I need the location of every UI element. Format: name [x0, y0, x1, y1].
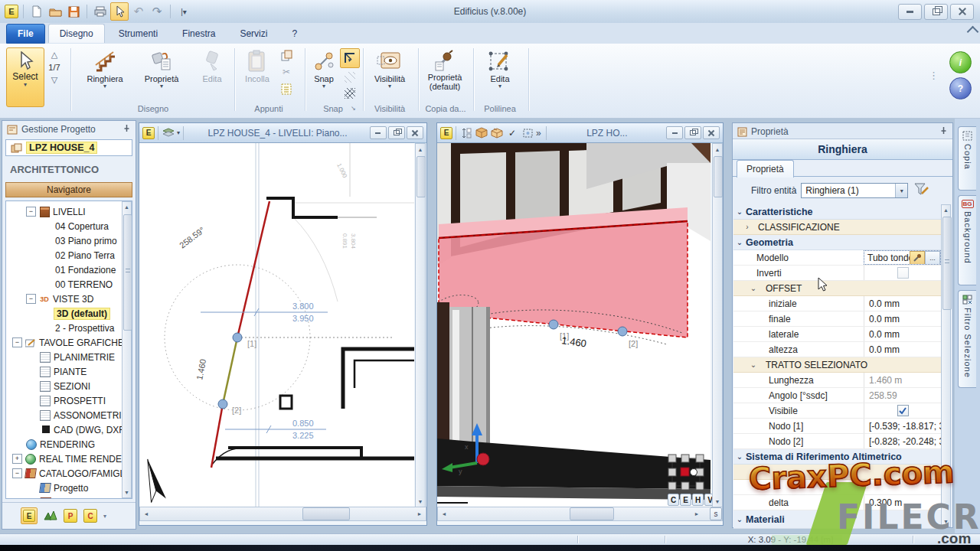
tree-item-cad[interactable]: CAD (DWG, DXF)	[6, 422, 132, 437]
scroll-down-icon[interactable]: ▼	[713, 496, 722, 507]
scroll-down-icon[interactable]: ▼	[416, 496, 425, 507]
tree-item-tavole-grafiche[interactable]: −TAVOLE GRAFICHE	[6, 335, 132, 350]
node-2-handle[interactable]	[218, 399, 227, 409]
filter-button[interactable]	[914, 183, 929, 198]
scrollbar-thumb[interactable]	[942, 217, 952, 310]
view3d-close-button[interactable]	[703, 126, 720, 139]
snap-button[interactable]: Snap ▾	[308, 47, 340, 89]
collapse-icon[interactable]: −	[26, 207, 36, 217]
tab-file[interactable]: File	[6, 24, 45, 44]
paste-special-button[interactable]	[279, 82, 294, 96]
visibilita-button[interactable]: Visibilità ▾	[368, 47, 412, 89]
new-file-button[interactable]	[28, 3, 45, 20]
scroll-up-icon[interactable]: ▲	[942, 205, 950, 215]
view3d-canvas[interactable]: [1] [2] 1.460 x y	[437, 142, 710, 507]
proprieta-button[interactable]: Proprietà ▾	[138, 47, 185, 89]
copy-button[interactable]	[279, 48, 294, 62]
tree-item-copertura[interactable]: 04 Copertura	[6, 219, 132, 233]
plan-vscrollbar[interactable]: ▲ ▼	[415, 143, 426, 507]
pointer-tool-button[interactable]	[110, 2, 129, 21]
inverti-checkbox[interactable]	[897, 267, 909, 279]
open-box-icon[interactable]	[490, 127, 504, 139]
pin-icon[interactable]	[939, 126, 948, 137]
edificius-mode-button[interactable]: E	[21, 507, 38, 524]
c-mode-button[interactable]: C	[83, 509, 97, 523]
scrollbar-thumb[interactable]	[123, 214, 132, 331]
plan-canvas[interactable]: 1.000 0.891 3.804	[139, 142, 414, 507]
navigator-header[interactable]: Navigatore	[5, 182, 132, 197]
undo-button[interactable]: ↶	[130, 3, 147, 20]
scrollbar-thumb[interactable]	[570, 507, 614, 520]
modello-value-field[interactable]: Tubo tondo ...	[864, 250, 941, 265]
collapse-icon[interactable]: −	[26, 294, 36, 304]
tab-help[interactable]: ?	[281, 24, 308, 43]
restore-button[interactable]	[924, 4, 948, 20]
selection-handles-widget[interactable]	[668, 455, 704, 490]
nodo2-value-field[interactable]: [-0.828; -20.248; 3	[864, 434, 941, 448]
scrollbar-thumb[interactable]	[714, 156, 723, 197]
snap-corner-button[interactable]	[340, 48, 360, 68]
more-tools-icon[interactable]: »	[536, 128, 541, 139]
section-geometria[interactable]: ⌄Geometria	[733, 235, 941, 250]
tree-item-prospettiva[interactable]: 2 - Prospettiva	[6, 321, 132, 335]
node-2-handle[interactable]	[618, 327, 627, 336]
tree-item-viste-3d[interactable]: −3DVISTE 3D	[6, 292, 132, 306]
visibile-checkbox[interactable]	[897, 405, 909, 416]
snap-dense-grid-button[interactable]	[342, 86, 358, 100]
tree-item-progetto[interactable]: Progetto	[6, 481, 132, 495]
scrollbar-thumb[interactable]	[416, 156, 426, 197]
redo-button[interactable]: ↷	[149, 3, 165, 20]
view-mode-e-button[interactable]: E	[680, 494, 691, 506]
side-tab-background[interactable]: BG Background	[958, 195, 976, 285]
laterale-value-field[interactable]: 0.0 mm	[864, 327, 941, 341]
plan-restore-button[interactable]	[388, 126, 405, 139]
plan-close-button[interactable]	[407, 126, 423, 139]
info-button[interactable]: i	[949, 51, 972, 73]
open-button[interactable]	[47, 3, 64, 20]
dropdown-icon[interactable]: ▾	[895, 184, 907, 197]
edita-polilinea-button[interactable]: Edita ▾	[479, 47, 521, 89]
tree-item-real-time-rendering[interactable]: +REAL TIME RENDERING	[6, 452, 132, 466]
scrollbar-thumb[interactable]	[302, 507, 350, 520]
scroll-up-icon[interactable]: ▲	[122, 202, 131, 212]
tree-item-piante[interactable]: PIANTE	[6, 364, 132, 379]
collapse-icon[interactable]: −	[12, 337, 22, 347]
footer-more-dropdown[interactable]: ▾	[103, 514, 106, 519]
scroll-up-icon[interactable]: ▲	[713, 144, 722, 155]
tab-finestra[interactable]: Finestra	[172, 24, 226, 43]
check-pen-icon[interactable]: ✓	[505, 127, 519, 139]
tab-disegno[interactable]: Disegno	[48, 24, 105, 43]
scroll-right-icon[interactable]: ►	[685, 507, 708, 520]
view3d-window-titlebar[interactable]: E ✓ » LPZ HO...	[437, 123, 723, 143]
node-1-handle[interactable]	[549, 320, 558, 329]
iniziale-value-field[interactable]: 0.0 mm	[864, 296, 941, 311]
save-button[interactable]	[65, 3, 82, 20]
view3d-hscrollbar[interactable]: ◄ ► s	[437, 507, 723, 521]
snap-dialog-launcher[interactable]: ↘	[351, 105, 356, 112]
vertical-measure-icon[interactable]	[459, 127, 473, 139]
tree-item-generale[interactable]: Generale	[6, 495, 132, 499]
print-button[interactable]	[92, 3, 109, 20]
tree-item-piano-terra[interactable]: 02 Piano Terra	[6, 248, 132, 262]
proprieta-default-button[interactable]: Proprietà (default)	[421, 47, 469, 91]
modello-browse-button[interactable]: ...	[925, 251, 940, 265]
side-tab-copia[interactable]: Copia	[958, 126, 976, 191]
p-mode-button[interactable]: P	[64, 509, 77, 523]
scroll-left-icon[interactable]: ◄	[438, 507, 450, 520]
view3d-restore-button[interactable]	[684, 126, 701, 139]
scroll-right-icon[interactable]: ►	[413, 507, 426, 520]
collapse-icon[interactable]: −	[12, 468, 22, 478]
select-tool-button[interactable]: Select ▾	[6, 47, 44, 107]
tree-item-catalogo-famiglie[interactable]: −CATALOGO/FAMIGLIE	[6, 466, 132, 481]
ringhiera-button[interactable]: Ringhiera ▾	[81, 47, 129, 89]
pager-down-button[interactable]: ▽	[51, 75, 57, 85]
tree-scrollbar[interactable]: ▲ ▼	[122, 201, 132, 498]
layers-icon[interactable]	[162, 127, 175, 139]
dropdown-icon[interactable]: ▾	[177, 130, 180, 135]
tab-strumenti[interactable]: Strumenti	[108, 24, 168, 43]
split-view-button[interactable]: s	[710, 507, 722, 520]
scroll-up-icon[interactable]: ▲	[416, 144, 425, 155]
tree-item-planimetrie[interactable]: PLANIMETRIE	[6, 350, 132, 364]
subsection-classificazione[interactable]: ›CLASSIFICAZIONE	[733, 220, 941, 235]
expand-icon[interactable]: +	[12, 454, 22, 464]
